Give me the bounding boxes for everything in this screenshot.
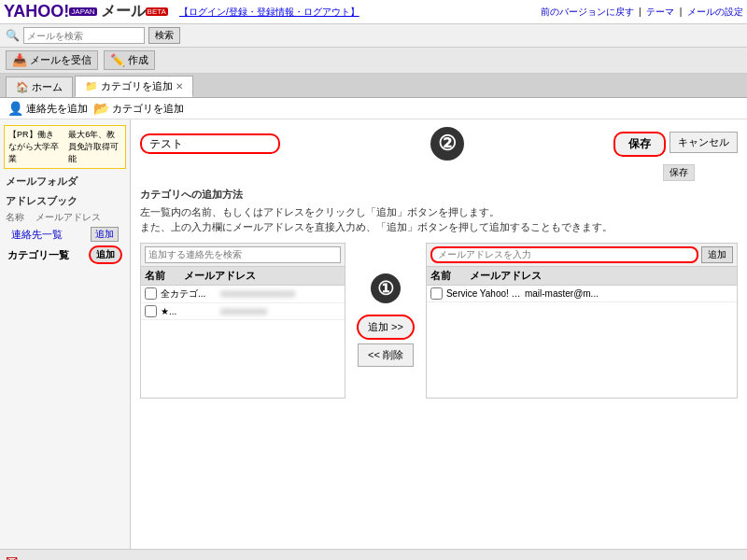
home-icon: 🏠 [16,81,29,93]
tabs: 🏠 ホーム 📁 カテゴリを追加 ✕ [0,74,747,98]
right-row-1[interactable]: Service Yahoo! J... mail-master@m... [427,286,737,302]
left-panel-search [141,244,345,267]
left-panel-rows: 全カテゴ... xxxxxxxxxxxxxxxx ★... xxxxxxxxxx [141,286,345,398]
middle-buttons: ① 追加 >> << 削除 [353,243,418,399]
yahoo-logo: YAHOO! JAPAN メール BETA [4,2,168,21]
sidebar-addressbook-title: アドレスブック [0,190,130,210]
panels: 名前 メールアドレス 全カテゴ... xxxxxxxxxxxxxxxx ★...… [140,243,738,399]
cancel-button[interactable]: キャンセル [669,132,738,153]
sidebar-mail-promo[interactable]: 【PR】働きながら大学卒業 最大6年、教員免許取得可能 [4,125,126,169]
logo-area: YAHOO! JAPAN メール BETA 【ログイン/登録・登録情報・ログアウ… [4,2,359,21]
left-row-1-checkbox[interactable] [145,287,157,300]
search-input[interactable] [23,27,145,44]
left-mail-col: メールアドレス [184,269,256,283]
left-name-col: 名前 [145,269,165,283]
sidebar-add-category-btn[interactable]: 追加 [89,245,122,264]
sidebar-mail-col: メールアドレス [35,211,101,224]
compose-label: 作成 [128,53,148,67]
left-row-2-mail: xxxxxxxxxx [220,306,267,316]
add-contact-label: 連絡先を追加 [26,102,88,116]
right-name-col: 名前 [430,269,451,283]
instructions: カテゴリへの追加方法 左一覧内の名前、もしくはアドレスをクリックし「追加」ボタン… [140,187,738,235]
remove-button[interactable]: << 削除 [358,343,414,367]
left-search-input[interactable] [145,246,341,263]
receive-mail-button[interactable]: 📥 メールを受信 [6,50,98,70]
main: 【PR】働きながら大学卒業 最大6年、教員免許取得可能 メールフォルダ アドレス… [0,119,747,549]
add-category-button[interactable]: 📂 カテゴリを追加 [93,101,184,116]
footer-envelope-icon: ✉ [6,553,18,560]
header-links[interactable]: 【ログイン/登録・登録情報・ログアウト】 [179,6,359,19]
left-row-1-mail: xxxxxxxxxxxxxxxx [220,288,295,299]
add-category-label: カテゴリを追加 [112,102,184,116]
japan-badge: JAPAN [69,7,96,16]
yahoo-text: YAHOO! [4,2,69,21]
settings-link[interactable]: メールの設定 [687,7,743,17]
search-icon: 🔍 [6,29,20,42]
category-name-input[interactable] [140,133,280,154]
receive-icon: 📥 [12,53,27,67]
right-row-1-name: Service Yahoo! J... [446,288,521,299]
sidebar-category-header: カテゴリ一覧 追加 [0,244,130,266]
left-row-1-name: 全カテゴ... [161,287,217,301]
toolbar: 📥 メールを受信 ✏️ 作成 [0,48,747,74]
sidebar-add-contact-btn[interactable]: 追加 [91,227,119,242]
save-button[interactable]: 保存 [613,132,666,157]
left-panel-header: 名前 メールアドレス [141,267,345,286]
save-label-area: 保存 [140,164,738,181]
tab-add-category-label: カテゴリを追加 [101,79,173,93]
right-panel: 追加 名前 メールアドレス Service Yahoo! J... mail-m… [426,243,738,399]
tab-close-icon[interactable]: ✕ [176,81,183,91]
sidebar-folders-title: メールフォルダ [0,171,130,190]
add-contact-icon: 👤 [7,101,23,116]
sidebar-contacts-link[interactable]: 連絡先一覧 追加 [0,225,130,244]
add-category-icon: 📂 [93,101,109,116]
instructions-body: 左一覧内の名前、もしくはアドレスをクリックし「追加」ボタンを押します。 また、上… [140,204,738,235]
right-panel-rows: Service Yahoo! J... mail-master@m... [427,286,737,398]
left-row-2[interactable]: ★... xxxxxxxxxx [141,303,345,320]
footer: ✉ [0,549,747,560]
add-contact-button[interactable]: 👤 連絡先を追加 [7,101,88,116]
header-top-right: 前のバージョンに戻す | テーマ | メールの設定 [541,6,743,19]
sidebar-addressbook-cols: 名称 メールアドレス [0,210,130,225]
save-cancel-area: 保存 キャンセル [613,132,738,157]
header: YAHOO! JAPAN メール BETA 【ログイン/登録・登録情報・ログアウ… [0,0,747,24]
theme-link[interactable]: テーマ [646,7,674,17]
sidebar-name-col: 名称 [6,211,24,224]
circle-1-annotation: ① [371,273,401,303]
left-row-2-checkbox[interactable] [145,305,157,317]
right-mail-col: メールアドレス [470,269,542,283]
right-email-input[interactable] [430,246,698,263]
sub-toolbar: 👤 連絡先を追加 📂 カテゴリを追加 [0,98,747,119]
sidebar-category-title: カテゴリ一覧 [7,248,69,262]
sidebar-contacts-label: 連絡先一覧 [11,228,63,242]
version-link[interactable]: 前のバージョンに戻す [541,7,634,17]
sidebar-promo-line1: 【PR】働きながら大学卒業 [8,129,61,165]
left-row-1[interactable]: 全カテゴ... xxxxxxxxxxxxxxxx [141,286,345,303]
content: ② 保存 キャンセル 保存 カテゴリへの追加方法 左一覧内の名前、もしくはアドレ… [131,119,747,549]
right-add-button[interactable]: 追加 [701,246,733,263]
compose-icon: ✏️ [110,53,125,67]
tab-home-label: ホーム [32,80,63,94]
mail-title: メール [101,2,146,21]
sidebar: 【PR】働きながら大学卒業 最大6年、教員免許取得可能 メールフォルダ アドレス… [0,119,131,549]
left-panel: 名前 メールアドレス 全カテゴ... xxxxxxxxxxxxxxxx ★...… [140,243,345,399]
right-panel-search: 追加 [427,244,737,267]
search-bar: 🔍 検索 [0,24,747,48]
compose-button[interactable]: ✏️ 作成 [104,50,155,70]
left-row-2-name: ★... [161,306,217,316]
tab-home[interactable]: 🏠 ホーム [6,77,73,97]
circle-2-annotation: ② [430,127,464,161]
right-row-1-checkbox[interactable] [430,287,443,300]
category-name-row: ② 保存 キャンセル [140,127,738,161]
tab-add-category[interactable]: 📁 カテゴリを追加 ✕ [75,76,193,97]
search-button[interactable]: 検索 [148,27,180,44]
instructions-title: カテゴリへの追加方法 [140,187,738,203]
right-row-1-mail: mail-master@m... [525,288,599,299]
right-panel-header: 名前 メールアドレス [427,267,737,286]
category-tab-icon: 📁 [85,80,98,92]
beta-badge: BETA [146,7,168,16]
add-arrow-button[interactable]: 追加 >> [357,315,415,340]
sidebar-promo-line2: 最大6年、教員免許取得可能 [68,129,121,165]
save-label-below: 保存 [663,164,695,181]
login-link[interactable]: 【ログイン/登録・登録情報・ログアウト】 [179,7,359,17]
